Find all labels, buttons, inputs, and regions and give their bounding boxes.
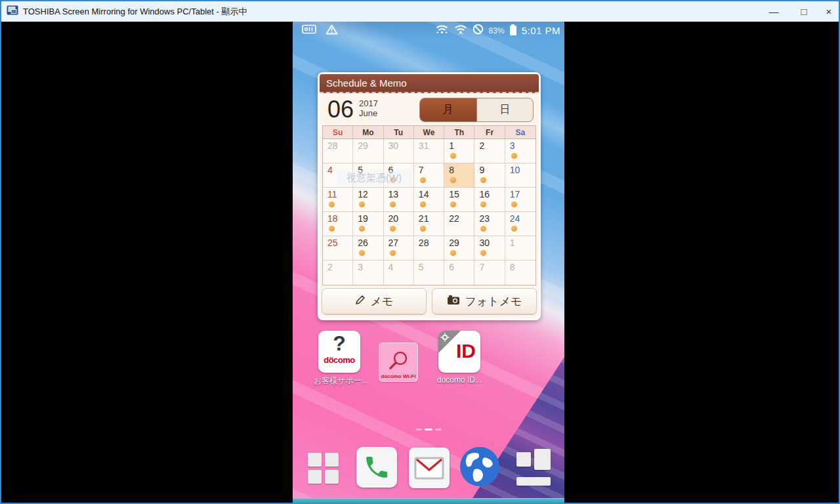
- calendar-cell[interactable]: 23: [474, 212, 505, 236]
- docomo-wifi-brand-text: docomo Wi-Fi: [381, 373, 416, 379]
- day-header-mo: Mo: [353, 126, 383, 138]
- page-dot[interactable]: [425, 429, 432, 430]
- docomo-wifi-icon: docomo Wi-Fi: [379, 343, 418, 382]
- app-docomo-support[interactable]: ? döcomo お客様サポー...: [314, 331, 365, 387]
- close-button[interactable]: ×: [819, 1, 839, 22]
- dock-magazine-app[interactable]: [516, 449, 551, 486]
- calendar-cell[interactable]: 16: [474, 188, 505, 212]
- calendar-cell[interactable]: 10: [505, 163, 536, 188]
- calendar-cell[interactable]: 28: [414, 236, 444, 261]
- event-dot: [420, 177, 426, 183]
- gear-icon: [440, 333, 450, 342]
- mirroring-bottom-bar: [293, 498, 564, 504]
- calendar-cell[interactable]: 11: [323, 188, 353, 212]
- calendar-cell[interactable]: 2: [323, 261, 353, 285]
- window-title: TOSHIBA Screen Mirroring for Windows PC/…: [23, 6, 247, 18]
- calendar-cell[interactable]: 31: [414, 139, 444, 163]
- event-dot: [329, 226, 335, 232]
- calendar-cell[interactable]: 21: [414, 212, 444, 236]
- calendar-cell[interactable]: 29: [353, 139, 383, 163]
- event-dot: [390, 226, 396, 232]
- minimize-button[interactable]: —: [759, 1, 789, 22]
- title-bar[interactable]: TOSHIBA Screen Mirroring for Windows PC/…: [1, 1, 839, 22]
- mirrored-phone-screen: 83% 5:01 PM Schedule & Memo 06 2017 June…: [293, 22, 564, 498]
- photo-memo-button-label: フォトメモ: [465, 294, 522, 309]
- calendar-cell[interactable]: 30: [384, 139, 414, 163]
- event-dot: [420, 226, 426, 232]
- calendar-cell[interactable]: 18: [323, 212, 353, 236]
- calendar-cell[interactable]: 5: [414, 261, 444, 285]
- event-dot: [511, 153, 517, 159]
- calendar-cell[interactable]: 27: [384, 236, 414, 261]
- calendar-cell[interactable]: 20: [384, 212, 414, 236]
- event-dot: [359, 250, 365, 256]
- calendar-cell[interactable]: 13: [384, 188, 414, 212]
- maximize-button[interactable]: □: [789, 1, 819, 22]
- grid-square: [308, 453, 322, 467]
- page-dot[interactable]: [416, 429, 422, 430]
- tab-day-view[interactable]: 日: [476, 98, 534, 121]
- phone-status-bar: 83% 5:01 PM: [293, 22, 564, 39]
- calendar-cell[interactable]: 9: [474, 163, 505, 188]
- dock-browser-app[interactable]: [459, 446, 501, 488]
- calendar-cell[interactable]: 6: [444, 261, 474, 285]
- calendar-cell[interactable]: 17: [505, 188, 536, 212]
- calendar-cell[interactable]: 24: [505, 212, 536, 236]
- dock-apps-grid-button[interactable]: [308, 453, 339, 484]
- calendar-cell[interactable]: 1: [505, 236, 536, 261]
- magazine-tile: [516, 477, 551, 486]
- event-dot: [420, 201, 426, 207]
- tab-month-view[interactable]: 月: [420, 98, 476, 121]
- app-docomo-id[interactable]: ID docomo ID...: [434, 331, 485, 385]
- calendar-cell[interactable]: 2: [474, 139, 505, 163]
- day-header-tu: Tu: [384, 126, 414, 138]
- id-glyph: ID: [456, 340, 476, 362]
- event-dot: [480, 226, 486, 232]
- calendar-cell[interactable]: 22: [444, 212, 474, 236]
- calendar-cell[interactable]: 3: [353, 261, 383, 285]
- day-header-th: Th: [444, 126, 474, 138]
- event-dot: [450, 177, 456, 183]
- calendar-cell[interactable]: 25: [323, 236, 353, 261]
- question-mark-glyph: ?: [318, 333, 360, 355]
- calendar-day-headers: SuMoTuWeThFrSa: [323, 126, 536, 139]
- schedule-memo-widget[interactable]: Schedule & Memo 06 2017 June 月 日 SuMoTuW…: [318, 72, 541, 320]
- calendar-cell[interactable]: 28: [323, 139, 353, 163]
- calendar-cell[interactable]: 12: [353, 188, 383, 212]
- calendar-cell[interactable]: 1: [444, 139, 474, 163]
- event-dot: [359, 201, 365, 207]
- dock-mail-app[interactable]: [409, 448, 450, 488]
- event-dot: [511, 201, 517, 207]
- calendar-cell[interactable]: 7: [414, 163, 444, 188]
- calendar-cell[interactable]: 29: [444, 236, 474, 261]
- docomo-support-icon: ? döcomo: [318, 331, 360, 373]
- calendar-cell[interactable]: 8: [505, 261, 536, 285]
- calendar-cell[interactable]: 15: [444, 188, 474, 212]
- calendar-cell[interactable]: 4: [384, 261, 414, 285]
- app-icon: [7, 5, 18, 18]
- memo-button[interactable]: メモ: [322, 288, 427, 314]
- calendar-cell[interactable]: 14: [414, 188, 444, 212]
- calendar-cell[interactable]: 3: [505, 139, 536, 163]
- widget-title: Schedule & Memo: [320, 74, 539, 93]
- calendar-cell[interactable]: 30: [474, 236, 505, 261]
- page-dot[interactable]: [436, 429, 442, 430]
- calendar-cell[interactable]: 26: [353, 236, 383, 261]
- magnifier-icon: [387, 350, 410, 373]
- battery-percent: 83%: [489, 26, 505, 35]
- page-indicator: [416, 429, 442, 430]
- photo-memo-button[interactable]: フォトメモ: [432, 288, 537, 314]
- year-month-label: 2017 June: [359, 99, 378, 119]
- event-dot: [329, 201, 335, 207]
- calendar-cell[interactable]: 8: [444, 163, 474, 188]
- calendar-cell[interactable]: 19: [353, 212, 383, 236]
- day-header-we: We: [414, 126, 444, 138]
- globe-icon: [459, 446, 501, 488]
- event-dot: [511, 226, 517, 232]
- month-name-label: June: [359, 108, 377, 118]
- app-docomo-wifi[interactable]: docomo Wi-Fi: [373, 343, 424, 382]
- status-time: 5:01 PM: [522, 25, 560, 36]
- calendar-cell[interactable]: 7: [474, 261, 505, 285]
- dock-phone-app[interactable]: [356, 447, 397, 488]
- docomo-brand-text: döcomo: [318, 355, 360, 365]
